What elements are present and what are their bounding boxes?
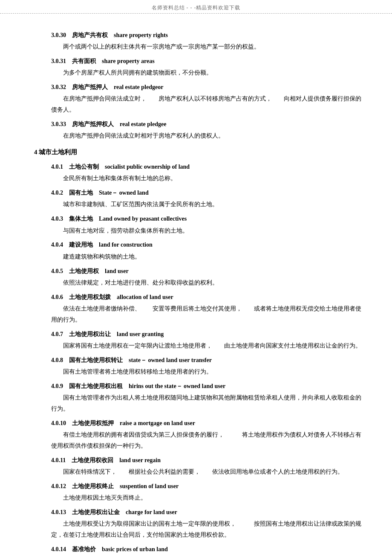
entry-en-title: real estate pledgeor [114, 84, 163, 90]
page-header: 名师资料总结 - - -精品资料欢迎下载 [0, 0, 392, 14]
entry-body-4-0-4: 建造建筑物和构筑物的土地。 [34, 251, 366, 262]
entry-zh-title: 共有面积 [72, 58, 96, 64]
entry-zh-title: 房地产共有权 [72, 32, 108, 38]
entry-header-4-0-4: 4.0.4 建设用地 land for construction [34, 239, 366, 250]
entry-id: 4.0.13 [51, 509, 66, 515]
entry-4-0-2: 4.0.2 国有土地 State－ owned land 城市和非建制镇、工矿区… [34, 187, 366, 210]
entry-zh-title: 基准地价 [72, 546, 96, 552]
entry-4-0-6: 4.0.6 土地使用权划拨 allocation of land user 依法… [34, 292, 366, 325]
entry-body-4-0-12: 土地使用权因土地灭失而终止。 [34, 492, 366, 503]
entry-header-4-0-1: 4.0.1 土地公有制 socialist public ownership o… [34, 161, 366, 172]
entry-zh-title: 房地产抵押权人 [72, 121, 114, 127]
entry-zh-title: 土地使用权抵押 [72, 420, 114, 426]
entry-header-4-0-5: 4.0.5 土地使用权 land user [34, 266, 366, 276]
entry-id: 3.0.31 [51, 58, 66, 64]
entry-zh-title: 土地使用权 [69, 268, 99, 274]
entry-en-title: socialist public ownership of land [105, 164, 190, 170]
header-text: 名师资料总结 - - -精品资料欢迎下载 [152, 5, 241, 11]
entry-id: 4.0.8 [51, 357, 63, 363]
entry-header-3-0-30: 3.0.30 房地产共有权 share property rights [34, 30, 366, 40]
entry-body-3-0-31: 为多个房屋产权人所共同拥有的建筑物面积，不分份额。 [34, 67, 366, 78]
entry-id: 4.0.5 [51, 268, 63, 274]
entry-4-0-9: 4.0.9 国有土地使用权出租 hirins out the state－ ow… [34, 381, 366, 414]
entry-header-4-0-2: 4.0.2 国有土地 State－ owned land [34, 187, 366, 198]
entry-zh-title: 土地使用权收回 [72, 457, 113, 463]
entry-body-4-0-5: 依照法律规定，对土地进行使用、处分和取得收益的权利。 [34, 277, 366, 288]
entry-id: 4.0.11 [51, 457, 66, 463]
entry-id: 4.0.9 [51, 383, 63, 389]
entry-header-4-0-14: 4.0.14 基准地价 basic prices of urban land [34, 544, 366, 555]
entry-id: 4.0.10 [51, 420, 66, 426]
entry-en-title: share property rights [114, 32, 168, 38]
entry-4-0-7: 4.0.7 土地使用权出让 land user granting 国家将国有土地… [34, 329, 366, 351]
entry-3-0-31: 3.0.31 共有面积 share property areas 为多个房屋产权… [34, 56, 366, 78]
entry-header-4-0-8: 4.0.8 国有土地使用权转让 state－ owned land user t… [34, 355, 366, 365]
entry-4-0-13: 4.0.13 土地使用权出让金 charge for land user 土地使… [34, 507, 366, 541]
entry-header-4-0-3: 4.0.3 集体土地 Land owned by peasant collect… [34, 213, 366, 224]
entry-id: 4.0.4 [51, 242, 63, 248]
entry-4-0-4: 4.0.4 建设用地 land for construction 建造建筑物和构… [34, 239, 366, 262]
entry-4-0-1: 4.0.1 土地公有制 socialist public ownership o… [34, 161, 366, 184]
entry-id: 4.0.6 [51, 294, 63, 300]
entry-en-title: suspention of land user [120, 483, 179, 489]
entry-en-title: allocation of land user [117, 294, 173, 300]
entry-header-4-0-12: 4.0.12 土地使用权终止 suspention of land user [34, 481, 366, 492]
entry-3-0-32: 3.0.32 房地产抵押人 real estate pledgeor 在房地产抵… [34, 82, 366, 115]
entry-zh-title: 建设用地 [69, 242, 93, 248]
entry-id: 4.0.12 [51, 483, 66, 489]
entry-zh-title: 土地公有制 [69, 164, 99, 170]
entry-en-title: Land owned by peasant collectives [99, 216, 187, 222]
entry-zh-title: 土地使用权出让金 [72, 509, 120, 515]
entry-body-4-0-6: 依法在土地使用者缴纳补偿、 安置等费用后将土地交付其使用， 或者将土地使用权无偿… [34, 303, 366, 325]
entry-4-0-10: 4.0.10 土地使用权抵押 raise a mortgage on land … [34, 418, 366, 451]
entry-header-3-0-33: 3.0.33 房地产抵押权人 real estate pledgee [34, 119, 366, 129]
entry-zh-title: 土地使用权出让 [69, 331, 111, 337]
entry-id: 3.0.30 [51, 32, 66, 38]
entry-zh-title: 房地产抵押人 [72, 84, 108, 90]
entry-en-title: land user granting [117, 331, 164, 337]
entry-en-title: land user regain [119, 457, 161, 463]
entry-id: 4.0.3 [51, 216, 63, 222]
entry-en-title: state－ owned land user transfer [129, 357, 212, 363]
entry-id: 4.0.2 [51, 190, 63, 196]
entry-body-4-0-2: 城市和非建制镇、工矿区范围内依法属于全民所有的土地。 [34, 199, 366, 210]
entry-zh-title: 土地使用权终止 [72, 483, 114, 489]
entry-en-title: real estate pledgee [120, 121, 166, 127]
entry-id: 3.0.33 [51, 121, 66, 127]
entry-en-title: land for construction [99, 242, 153, 248]
entry-header-4-0-10: 4.0.10 土地使用权抵押 raise a mortgage on land … [34, 418, 366, 428]
entry-zh-title: 国有土地 [69, 190, 93, 196]
entry-header-3-0-32: 3.0.32 房地产抵押人 real estate pledgeor [34, 82, 366, 92]
entry-3-0-30: 3.0.30 房地产共有权 share property rights 两个或两… [34, 30, 366, 52]
entry-body-4-0-3: 与国有土地对应，指劳动群众集体所有的土地。 [34, 225, 366, 236]
entry-4-0-5: 4.0.5 土地使用权 land user 依照法律规定，对土地进行使用、处分和… [34, 266, 366, 288]
page-content: 3.0.30 房地产共有权 share property rights 两个或两… [0, 14, 392, 555]
entry-3-0-33: 3.0.33 房地产抵押权人 real estate pledgee 在房地产抵… [34, 119, 366, 141]
entry-header-4-0-9: 4.0.9 国有土地使用权出租 hirins out the state－ ow… [34, 381, 366, 391]
entry-body-4-0-10: 有偿土地使用权的拥有者因借贷或为第三人担保债务的履行， 将土地使用权作为债权人对… [34, 429, 366, 451]
entry-id: 4.0.7 [51, 331, 63, 337]
entry-header-4-0-11: 4.0.11 土地使用权收回 land user regain [34, 455, 366, 466]
entry-zh-title: 国有土地使用权出租 [69, 383, 123, 389]
entry-body-4-0-1: 全民所有制土地和集体所有制土地的总称。 [34, 173, 366, 184]
entry-en-title: State－ owned land [99, 190, 149, 196]
entry-zh-title: 国有土地使用权转让 [69, 357, 123, 363]
entry-en-title: land user [105, 268, 129, 274]
entry-4-0-3: 4.0.3 集体土地 Land owned by peasant collect… [34, 213, 366, 236]
entry-id: 4.0.1 [51, 164, 63, 170]
entry-zh-title: 集体土地 [69, 216, 93, 222]
entry-header-4-0-7: 4.0.7 土地使用权出让 land user granting [34, 329, 366, 339]
entry-en-title: share property areas [102, 58, 155, 64]
entry-body-4-0-7: 国家将国有土地使用权在一定年限内让渡给土地使用者， 由土地使用者向国家支付土地使… [34, 340, 366, 351]
entry-en-title: raise a mortgage on land user [120, 420, 195, 426]
entry-4-0-12: 4.0.12 土地使用权终止 suspention of land user 土… [34, 481, 366, 503]
entry-body-4-0-8: 国有土地管理者将土地使用权转移给土地使用者的行为。 [34, 366, 366, 377]
section-4-title: 4 城市土地利用 [34, 147, 366, 158]
entry-body-3-0-33: 在房地产抵押合同依法成立时相对于房地产权利人的债权人。 [34, 130, 366, 141]
entry-body-3-0-32: 在房地产抵押合同依法成立时， 房地产权利人以不转移房地产占有的方式， 向相对人提… [34, 93, 366, 115]
entry-body-4-0-11: 国家在特殊情况下， 根据社会公共利益的需要， 依法收回用地单位或者个人的土地使用… [34, 466, 366, 477]
entry-4-0-8: 4.0.8 国有土地使用权转让 state－ owned land user t… [34, 355, 366, 377]
entry-en-title: hirins out the state－ owned land user [129, 383, 225, 389]
entry-body-4-0-9: 国有土地管理者作为出租人将土地使用权随同地上建筑物和其他附属物租赁给承租人使用，… [34, 392, 366, 414]
entry-body-3-0-30: 两个或两个以上的权利主体共有一宗房地产或一宗房地产某一部分的权益。 [34, 41, 366, 52]
